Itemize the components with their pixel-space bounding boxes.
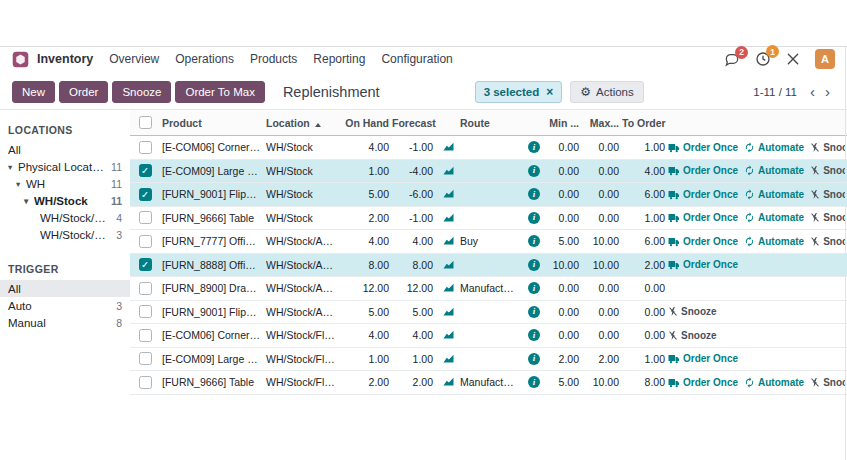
info-icon[interactable]: i: [528, 282, 540, 294]
automate-button[interactable]: Automate: [744, 236, 804, 247]
column-header-route[interactable]: Route: [460, 117, 522, 129]
menu-reporting[interactable]: Reporting: [313, 52, 365, 66]
location-cell[interactable]: WH/Stock/Flat P...: [266, 376, 340, 388]
select-all-checkbox[interactable]: [139, 116, 152, 129]
area-chart-icon[interactable]: [442, 282, 455, 294]
route-cell[interactable]: Buy: [460, 235, 522, 247]
info-icon[interactable]: i: [528, 259, 540, 271]
snooze-button[interactable]: Snooze: [668, 330, 717, 341]
info-icon[interactable]: i: [528, 141, 540, 153]
location-cell[interactable]: WH/Stock: [266, 141, 340, 153]
area-chart-icon[interactable]: [442, 165, 455, 177]
table-row[interactable]: [FURN_8888] Office LampWH/Stock/Asse...8…: [130, 254, 847, 278]
product-cell[interactable]: [FURN_7777] Office Chair: [160, 235, 266, 247]
order-to-max-button[interactable]: Order To Max: [175, 81, 264, 103]
menu-products[interactable]: Products: [250, 52, 297, 66]
snooze-button[interactable]: Snooze: [810, 142, 845, 153]
max-qty-cell[interactable]: 10.00: [582, 259, 622, 271]
order-once-button[interactable]: Order Once: [668, 212, 738, 223]
area-chart-icon[interactable]: [442, 306, 455, 318]
location-filter-wh-stock-flat-p[interactable]: WH/Stock/Flat P...3: [0, 226, 130, 243]
max-qty-cell[interactable]: 0.00: [582, 165, 622, 177]
to-order-cell[interactable]: 1.00: [622, 141, 668, 153]
min-qty-cell[interactable]: 0.00: [546, 329, 582, 341]
column-header-on-hand[interactable]: On Hand: [340, 117, 392, 129]
area-chart-icon[interactable]: [442, 329, 455, 341]
row-select-cell[interactable]: [130, 164, 160, 177]
order-once-button[interactable]: Order Once: [668, 236, 738, 247]
app-name[interactable]: Inventory: [37, 52, 93, 66]
trigger-filter-all[interactable]: All: [0, 280, 130, 297]
max-qty-cell[interactable]: 10.00: [582, 376, 622, 388]
order-once-button[interactable]: Order Once: [668, 165, 738, 176]
max-qty-cell[interactable]: 0.00: [582, 306, 622, 318]
max-qty-cell[interactable]: 0.00: [582, 329, 622, 341]
location-cell[interactable]: WH/Stock/Asse...: [266, 306, 340, 318]
row-checkbox[interactable]: [139, 141, 152, 154]
min-qty-cell[interactable]: 0.00: [546, 188, 582, 200]
caret-down-icon[interactable]: ▾: [24, 196, 34, 206]
row-checkbox[interactable]: [139, 164, 152, 177]
trigger-filter-auto[interactable]: Auto3: [0, 297, 130, 314]
menu-configuration[interactable]: Configuration: [381, 52, 452, 66]
area-chart-icon[interactable]: [442, 212, 455, 224]
tools-icon[interactable]: [786, 52, 800, 66]
row-select-cell[interactable]: [130, 305, 160, 318]
product-cell[interactable]: [E-COM06] Corner Desk ...: [160, 141, 266, 153]
route-cell[interactable]: Manufacture: [460, 282, 522, 294]
info-icon[interactable]: i: [528, 306, 540, 318]
column-header-min[interactable]: Min ...: [546, 117, 582, 129]
row-checkbox[interactable]: [139, 329, 152, 342]
min-qty-cell[interactable]: 10.00: [546, 259, 582, 271]
table-row[interactable]: [FURN_9666] TableWH/Stock2.00-1.00i0.000…: [130, 207, 847, 231]
automate-button[interactable]: Automate: [744, 377, 804, 388]
to-order-cell[interactable]: 6.00: [622, 188, 668, 200]
location-filter-physical-locations[interactable]: ▾Physical Locations11: [0, 158, 130, 175]
to-order-cell[interactable]: 1.00: [622, 212, 668, 224]
min-qty-cell[interactable]: 0.00: [546, 282, 582, 294]
snooze-button[interactable]: Snooze: [810, 212, 845, 223]
product-cell[interactable]: [FURN_9666] Table: [160, 376, 266, 388]
to-order-cell[interactable]: 0.00: [622, 306, 668, 318]
row-select-cell[interactable]: [130, 258, 160, 271]
row-checkbox[interactable]: [139, 188, 152, 201]
snooze-selected-button[interactable]: Snooze: [112, 81, 171, 103]
row-select-cell[interactable]: [130, 235, 160, 248]
user-avatar[interactable]: A: [815, 49, 835, 69]
row-checkbox[interactable]: [139, 235, 152, 248]
table-row[interactable]: [FURN_9001] FlipoverWH/Stock5.00-6.00i0.…: [130, 183, 847, 207]
table-row[interactable]: [E-COM06] Corner Desk ...WH/Stock4.00-1.…: [130, 136, 847, 160]
to-order-cell[interactable]: 8.00: [622, 376, 668, 388]
min-qty-cell[interactable]: 5.00: [546, 376, 582, 388]
row-select-cell[interactable]: [130, 211, 160, 224]
location-cell[interactable]: WH/Stock/Asse...: [266, 259, 340, 271]
area-chart-icon[interactable]: [442, 353, 455, 365]
row-select-cell[interactable]: [130, 141, 160, 154]
location-cell[interactable]: WH/Stock/Flat P...: [266, 329, 340, 341]
product-cell[interactable]: [FURN_8888] Office Lamp: [160, 259, 266, 271]
automate-button[interactable]: Automate: [744, 165, 804, 176]
column-header-to-order[interactable]: To Order: [622, 117, 668, 129]
location-cell[interactable]: WH/Stock/Flat P...: [266, 353, 340, 365]
location-filter-wh[interactable]: ▾WH11: [0, 175, 130, 192]
info-icon[interactable]: i: [528, 376, 540, 388]
table-row[interactable]: [E-COM09] Large DeskWH/Stock1.00-4.00i0.…: [130, 160, 847, 184]
row-checkbox[interactable]: [139, 376, 152, 389]
area-chart-icon[interactable]: [442, 376, 455, 388]
info-icon[interactable]: i: [528, 212, 540, 224]
to-order-cell[interactable]: 6.00: [622, 235, 668, 247]
snooze-button[interactable]: Snooze: [668, 306, 717, 317]
location-filter-all[interactable]: All: [0, 141, 130, 158]
product-cell[interactable]: [E-COM06] Corner Desk ...: [160, 329, 266, 341]
snooze-button[interactable]: Snooze: [810, 236, 845, 247]
min-qty-cell[interactable]: 5.00: [546, 235, 582, 247]
row-checkbox[interactable]: [139, 211, 152, 224]
max-qty-cell[interactable]: 0.00: [582, 212, 622, 224]
min-qty-cell[interactable]: 0.00: [546, 165, 582, 177]
order-once-button[interactable]: Order Once: [668, 259, 738, 270]
to-order-cell[interactable]: 2.00: [622, 259, 668, 271]
caret-down-icon[interactable]: ▾: [16, 179, 26, 189]
column-header-max[interactable]: Max...: [582, 117, 622, 129]
product-cell[interactable]: [FURN_9666] Table: [160, 212, 266, 224]
row-checkbox[interactable]: [139, 258, 152, 271]
